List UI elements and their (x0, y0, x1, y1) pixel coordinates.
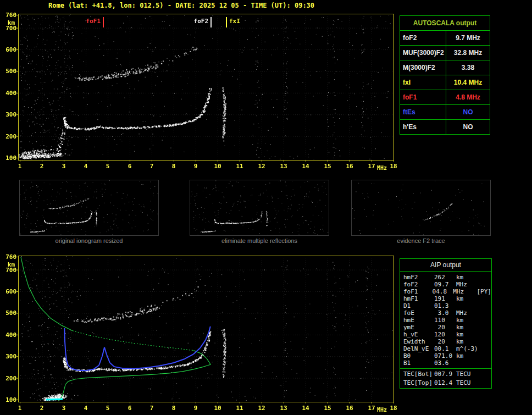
param-unit: km (456, 338, 480, 345)
autoscala-row-muf: MUF(3000)F2 32.8 MHz (400, 45, 490, 60)
top-ionogram-plot (0, 11, 398, 176)
autoscala-row-m3000: M(3000)F2 3.38 (400, 60, 490, 75)
aip-row-b1: B103.6 (400, 359, 491, 367)
aip-row-b0: B0071.0km (400, 352, 491, 359)
param-value: 3.0 (434, 309, 456, 317)
fof1-value: 4.8 MHz (446, 90, 490, 104)
hes-value: NO (446, 120, 490, 134)
param-value: 01.3 (434, 302, 456, 309)
param-value: 04.8 (433, 288, 453, 295)
aip-row-tectop: TEC[Top]012.4TECU (400, 379, 491, 386)
param-name: ymE (400, 324, 434, 331)
param-name: hmF2 (400, 274, 434, 281)
thumbnail-caption: evidence F2 trace (351, 237, 491, 244)
aip-row-fof2: foF209.7MHz (400, 281, 491, 288)
param-unit (456, 359, 480, 367)
aip-row-d1: D101.3 (400, 302, 491, 309)
station-date-title: Rome (lat: +41.8, lon: 012.5) - DATE: 20… (48, 2, 314, 9)
aip-output-panel: AIP output hmF2262km foF209.7MHz foF104.… (400, 258, 492, 389)
param-name: D1 (400, 302, 434, 309)
hes-label: h'Es (400, 120, 446, 134)
param-value: 191 (434, 295, 456, 302)
ftes-value: NO (446, 105, 490, 119)
muf-label: MUF(3000)F2 (400, 46, 446, 60)
param-name: DelN_vE (400, 345, 434, 352)
param-name: TEC[Top] (400, 379, 434, 386)
param-unit: km (456, 324, 480, 331)
aip-row-ewidth: Ewidth 20km (400, 338, 491, 345)
param-value: 120 (434, 331, 456, 338)
thumbnail-caption: original ionogram resized (19, 237, 159, 244)
param-unit: km (456, 352, 480, 359)
autoscala-row-hes: h'Es NO (400, 119, 490, 134)
param-value: 20 (434, 338, 456, 345)
aip-row-foe: foE 3.0MHz (400, 309, 491, 317)
param-unit: TECU (456, 370, 480, 379)
aip-row-tecbot: TEC[Bot]007.9TECU (400, 368, 491, 379)
param-name: foE (400, 309, 434, 317)
param-name: B0 (400, 352, 434, 359)
param-name: foF2 (400, 281, 434, 288)
param-value: 03.6 (434, 359, 456, 367)
param-unit: TECU (456, 379, 480, 386)
param-unit: m^(-3) (456, 345, 480, 352)
aip-row-hme: hmE110km (400, 317, 491, 324)
aip-panel-title: AIP output (400, 259, 491, 272)
param-name: foF1 (400, 288, 433, 295)
param-value: 012.4 (434, 379, 456, 386)
autoscala-row-fof2: foF2 9.7 MHz (400, 30, 490, 45)
autoscala-panel-title: AUTOSCALA output (400, 16, 490, 30)
m3000-value: 3.38 (446, 60, 490, 75)
autoscala-row-fof1: foF1 4.8 MHz (400, 90, 490, 104)
muf-value: 32.8 MHz (446, 46, 490, 60)
param-name: TEC[Bot] (400, 370, 434, 379)
fxi-value: 10.4 MHz (446, 75, 490, 90)
aip-row-hmf2: hmF2262km (400, 274, 491, 281)
param-name: Ewidth (400, 338, 434, 345)
param-name: B1 (400, 359, 434, 367)
param-value: 262 (434, 274, 456, 281)
param-unit: MHz (456, 309, 480, 317)
param-flag: [PY] (477, 288, 492, 295)
autoscala-row-ftes: ftEs NO (400, 104, 490, 119)
param-value: 09.7 (434, 281, 456, 288)
fof1-label: foF1 (400, 90, 446, 104)
aip-rows: hmF2262km foF209.7MHz foF104.8MHz[PY] hm… (400, 272, 491, 388)
param-unit (456, 302, 480, 309)
aip-row-fof1: foF104.8MHz[PY] (400, 288, 491, 295)
aip-row-delnve: DelN_vE00.1m^(-3) (400, 345, 491, 352)
param-unit: km (456, 331, 480, 338)
aip-row-yme: ymE 20km (400, 324, 491, 331)
aip-row-hve: h_vE120km (400, 331, 491, 338)
thumbnail-caption: eliminate multiple reflections (190, 237, 329, 244)
param-name: hmE (400, 317, 434, 324)
m3000-label: M(3000)F2 (400, 60, 446, 75)
param-value: 071.0 (434, 352, 456, 359)
ftes-label: ftEs (400, 105, 446, 119)
param-value: 00.1 (434, 345, 456, 352)
param-unit: km (456, 295, 480, 302)
param-value: 20 (434, 324, 456, 331)
bottom-ionogram-plot (0, 253, 398, 415)
param-unit: MHz (453, 288, 475, 295)
param-unit: km (456, 274, 480, 281)
param-value: 007.9 (434, 370, 456, 379)
param-unit: MHz (456, 281, 480, 288)
thumbnail-original-ionogram (19, 180, 159, 236)
thumbnail-evidence-f2-trace (351, 180, 491, 236)
autoscala-output-panel: AUTOSCALA output foF2 9.7 MHz MUF(3000)F… (400, 15, 490, 135)
param-value: 110 (434, 317, 456, 324)
thumbnail-eliminate-multiples (190, 180, 329, 236)
fof2-value: 9.7 MHz (446, 31, 490, 45)
param-name: hmF1 (400, 295, 434, 302)
fxi-label: fxI (400, 75, 446, 90)
param-unit: km (456, 317, 480, 324)
autoscala-row-fxi: fxI 10.4 MHz (400, 75, 490, 90)
fof2-label: foF2 (400, 31, 446, 45)
aip-row-hmf1: hmF1191km (400, 295, 491, 302)
param-name: h_vE (400, 331, 434, 338)
